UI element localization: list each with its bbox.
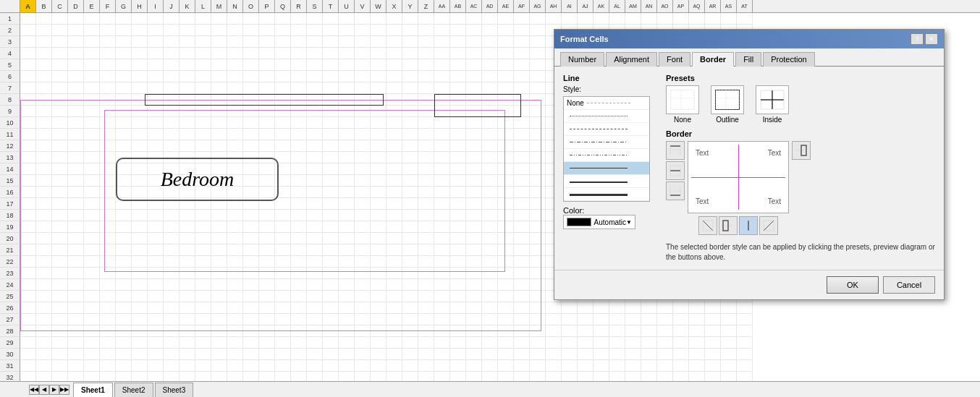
cell-r5-c24[interactable] (402, 59, 418, 71)
cell-r6-c25[interactable] (418, 71, 434, 82)
cell-r18-c0[interactable] (20, 210, 36, 221)
cell-r31-c35[interactable] (578, 360, 594, 372)
cell-r26-c40[interactable] (657, 302, 673, 314)
cell-r9-c20[interactable] (339, 106, 355, 117)
cell-r15-c14[interactable] (243, 175, 259, 187)
cell-r32-c35[interactable] (578, 372, 594, 381)
cell-r1-c0[interactable] (20, 13, 36, 25)
col-header-y[interactable]: Y (402, 0, 418, 12)
cell-r13-c15[interactable] (259, 152, 275, 163)
cell-r21-c31[interactable] (514, 244, 530, 256)
cell-r17-c14[interactable] (243, 198, 259, 210)
cell-r20-c14[interactable] (243, 233, 259, 244)
cell-r14-c19[interactable] (323, 163, 339, 175)
cell-r17-c4[interactable] (84, 198, 100, 210)
cell-r1-c18[interactable] (307, 13, 323, 25)
cell-r24-c23[interactable] (386, 279, 402, 291)
cell-r32-c43[interactable] (705, 372, 721, 381)
cell-r25-c7[interactable] (132, 291, 148, 302)
border-preview[interactable]: Text Text Text Text (688, 141, 789, 213)
col-header-am[interactable]: AM (625, 0, 641, 12)
cell-r2-c7[interactable] (132, 25, 148, 36)
cell-r20-c27[interactable] (450, 233, 466, 244)
cell-r29-c6[interactable] (116, 337, 132, 349)
cell-r32-c25[interactable] (418, 372, 434, 381)
cell-r13-c23[interactable] (386, 152, 402, 163)
cell-r18-c22[interactable] (371, 210, 386, 221)
cell-r16-c5[interactable] (100, 187, 116, 198)
cell-r30-c9[interactable] (164, 349, 179, 360)
cell-r31-c40[interactable] (657, 360, 673, 372)
cell-r26-c9[interactable] (164, 302, 179, 314)
col-header-al[interactable]: AL (609, 0, 625, 12)
cell-r20-c13[interactable] (227, 233, 243, 244)
cell-r6-c6[interactable] (116, 71, 132, 82)
cell-r22-c1[interactable] (36, 256, 52, 268)
cell-r9-c3[interactable] (68, 106, 84, 117)
cell-r10-c31[interactable] (514, 117, 530, 129)
cell-r10-c10[interactable] (179, 117, 195, 129)
cell-r32-c34[interactable] (562, 372, 578, 381)
cell-r19-c9[interactable] (164, 221, 179, 233)
cell-r27-c20[interactable] (339, 314, 355, 325)
cell-r19-c13[interactable] (227, 221, 243, 233)
cell-r6-c7[interactable] (132, 71, 148, 82)
cell-r8-c20[interactable] (339, 94, 355, 106)
cell-r1-c38[interactable] (625, 13, 641, 25)
cell-r29-c20[interactable] (339, 337, 355, 349)
cell-r31-c17[interactable] (291, 360, 307, 372)
cell-r23-c8[interactable] (148, 268, 164, 279)
cell-r8-c10[interactable] (179, 94, 195, 106)
cell-r14-c29[interactable] (482, 163, 498, 175)
cell-r29-c15[interactable] (259, 337, 275, 349)
cell-r17-c17[interactable] (291, 198, 307, 210)
cell-r24-c5[interactable] (100, 279, 116, 291)
cell-r7-c10[interactable] (179, 82, 195, 94)
cell-r4-c24[interactable] (402, 48, 418, 59)
cell-r32-c7[interactable] (132, 372, 148, 381)
cell-r3-c2[interactable] (52, 36, 68, 48)
cell-r10-c23[interactable] (386, 117, 402, 129)
cell-r10-c0[interactable] (20, 117, 36, 129)
cell-r5-c20[interactable] (339, 59, 355, 71)
cell-r1-c42[interactable] (689, 13, 705, 25)
cell-r29-c34[interactable] (562, 337, 578, 349)
cell-r31-c22[interactable] (371, 360, 386, 372)
cell-r11-c12[interactable] (211, 129, 227, 140)
cell-r27-c21[interactable] (355, 314, 371, 325)
cell-r16-c16[interactable] (275, 187, 291, 198)
cell-r17-c20[interactable] (339, 198, 355, 210)
cell-r23-c13[interactable] (227, 268, 243, 279)
cell-r3-c28[interactable] (466, 36, 482, 48)
cell-r21-c13[interactable] (227, 244, 243, 256)
col-header-ar[interactable]: AR (705, 0, 721, 12)
cell-r22-c0[interactable] (20, 256, 36, 268)
cell-r16-c19[interactable] (323, 187, 339, 198)
cell-r19-c10[interactable] (179, 221, 195, 233)
cell-r17-c31[interactable] (514, 198, 530, 210)
cell-r29-c25[interactable] (418, 337, 434, 349)
cell-r7-c31[interactable] (514, 82, 530, 94)
cell-r31-c44[interactable] (721, 360, 737, 372)
cell-r21-c19[interactable] (323, 244, 339, 256)
cell-r25-c10[interactable] (179, 291, 195, 302)
cell-r22-c9[interactable] (164, 256, 179, 268)
cell-r22-c14[interactable] (243, 256, 259, 268)
cell-r3-c18[interactable] (307, 36, 323, 48)
cell-r2-c16[interactable] (275, 25, 291, 36)
cell-r27-c15[interactable] (259, 314, 275, 325)
cell-r1-c3[interactable] (68, 13, 84, 25)
cell-r26-c11[interactable] (195, 302, 211, 314)
cell-r27-c38[interactable] (625, 314, 641, 325)
cell-r1-c34[interactable] (562, 13, 578, 25)
cell-r12-c18[interactable] (307, 140, 323, 152)
cell-r18-c7[interactable] (132, 210, 148, 221)
cell-r11-c30[interactable] (498, 129, 514, 140)
cell-r26-c4[interactable] (84, 302, 100, 314)
cell-r26-c33[interactable] (546, 302, 562, 314)
cell-r8-c24[interactable] (402, 94, 418, 106)
cell-r17-c15[interactable] (259, 198, 275, 210)
cell-r24-c9[interactable] (164, 279, 179, 291)
cell-r29-c12[interactable] (211, 337, 227, 349)
cell-r19-c14[interactable] (243, 221, 259, 233)
